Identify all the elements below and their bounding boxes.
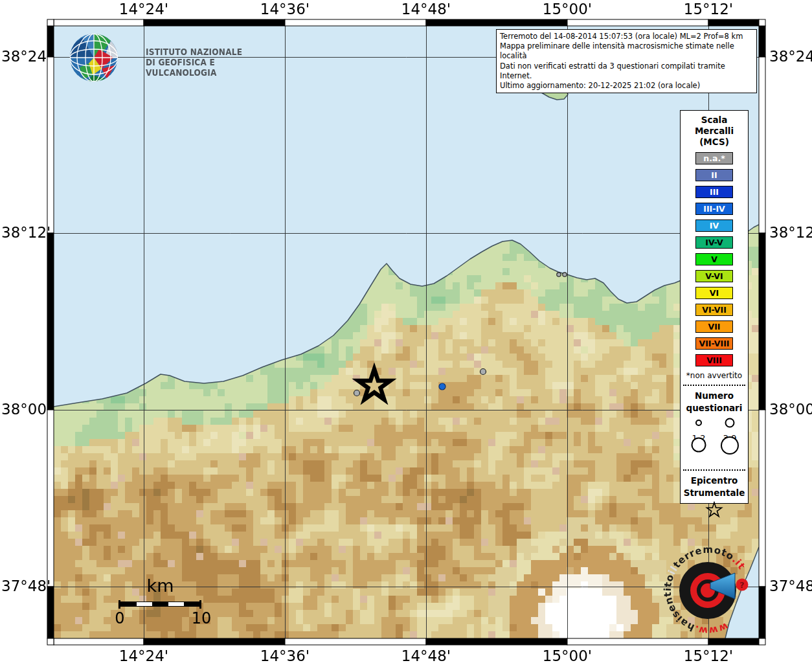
size-key-circle-1-2 (696, 420, 701, 425)
frame-segment (47, 233, 54, 410)
frame-segment (144, 638, 285, 645)
ingv-logo-text: ISTITUTO NAZIONALE DI GEOFISICA E VULCAN… (146, 47, 280, 78)
lon-label-bottom-2: 14°48' (401, 647, 451, 663)
frame-segment (47, 19, 54, 26)
intensity-swatch-VIII: VIII (695, 354, 733, 366)
intensity-swatch-III: III (695, 186, 733, 198)
lat-label-right-3: 37°48' (769, 578, 812, 594)
lat-label-right-0: 38°24' (769, 48, 812, 65)
frame-segment (759, 19, 765, 26)
frame-segment (47, 57, 54, 233)
frame-segment (759, 26, 765, 57)
intensity-swatch-n.a.*: n.a.* (695, 152, 733, 164)
scale-bar-end: 10 (192, 609, 212, 627)
scale-bar-segment (137, 602, 153, 606)
size-key-circle-10-49 (692, 438, 706, 452)
lon-label-bottom-0: 14°24' (119, 647, 168, 663)
question-mark: ? (739, 580, 745, 590)
intensity-swatch-V-VI: V-VI (695, 270, 733, 282)
intensity-swatch-VI: VI (695, 287, 733, 299)
legend-divider (683, 385, 745, 386)
intensity-swatch-V: V (695, 253, 733, 265)
scale-bar-start: 0 (115, 609, 124, 627)
frame-segment (759, 233, 765, 410)
lat-label-left-0: 38°24' (1, 48, 47, 65)
intensity-swatch-III-IV: III-IV (695, 203, 733, 215)
scale-bar-segment (184, 602, 200, 606)
lon-label-bottom-1: 14°36' (260, 647, 310, 663)
lat-label-left-3: 37°48' (1, 578, 47, 594)
event-data-note: Dati non verificati estratti da 3 questi… (500, 62, 753, 81)
frame-segment (285, 19, 426, 26)
epicenter-key-title: Epicentro Strumentale (681, 475, 748, 499)
ingv-line1: ISTITUTO NAZIONALE (146, 47, 280, 57)
questionnaire-count-title: Numero questionari (681, 390, 748, 414)
event-title: Terremoto del 14-08-2014 15:07:53 (ora l… (500, 32, 753, 41)
lat-label-right-2: 38°00' (769, 401, 812, 418)
intensity-swatch-IV-V: IV-V (695, 236, 733, 249)
legend-panel: Scala Mercalli (MCS) n.a.*IIIIIIII-IVIVI… (680, 110, 749, 504)
event-info-box: Terremoto del 14-08-2014 15:07:53 (ora l… (496, 29, 757, 93)
frame-segment (567, 19, 708, 26)
size-key-label: 10-49 (686, 460, 711, 462)
frame-segment (47, 587, 54, 638)
scale-bar-cap (118, 600, 120, 609)
scale-bar-cap (199, 600, 201, 609)
lat-label-left-2: 38°00' (1, 401, 47, 418)
intensity-swatch-VI-VII: VI-VII (695, 304, 733, 316)
haisentitoilterremoto-logo: ? www.haisentitoilterremoto.it (660, 544, 771, 654)
frame-segment (426, 19, 567, 26)
event-update-time: Ultimo aggiornamento: 20-12-2025 21:02 (… (500, 81, 753, 91)
frame-segment (144, 19, 285, 26)
ingv-globe-icon (62, 30, 139, 88)
size-key-circle-3-9 (726, 419, 734, 427)
legend-title: Scala Mercalli (MCS) (681, 115, 748, 148)
size-key-label: ≥50 (721, 460, 738, 462)
intensity-swatch-VII: VII (695, 320, 733, 333)
frame-segment (759, 57, 765, 233)
scale-bar-segment (168, 602, 185, 606)
frame-segment (426, 638, 567, 645)
frame-segment (285, 638, 426, 645)
legend-footnote: *non avvertito (681, 371, 748, 380)
intensity-swatch-IV: IV (695, 219, 733, 232)
lon-label-bottom-3: 15°00' (543, 647, 592, 663)
scale-bar-unit: km (120, 576, 201, 596)
macroseismic-map-page: 14°24'14°24'14°36'14°36'14°48'14°48'15°0… (0, 0, 812, 663)
intensity-swatch-VII-VIII: VII-VIII (695, 337, 733, 350)
ingv-line2: DI GEOFISICA E VULCANOLOGIA (146, 57, 280, 78)
frame-segment (47, 410, 54, 587)
frame-segment (54, 19, 144, 26)
scale-bar-segment (120, 602, 137, 606)
terrain-map-canvas (54, 26, 759, 638)
frame-segment (54, 638, 144, 645)
questionnaire-size-key: 1-23-910-49≥50 (681, 414, 748, 462)
lat-label-right-1: 38°12' (769, 224, 812, 241)
lon-label-top-1: 14°36' (260, 1, 310, 17)
epicenter-key-star-icon (681, 499, 748, 520)
scale-bar-segments (120, 601, 201, 607)
ingv-logo: ISTITUTO NAZIONALE DI GEOFISICA E VULCAN… (62, 30, 295, 88)
mercalli-scale-swatches: n.a.*IIIIIIII-IVIVIV-VVV-VIVIVI-VIIVIIVI… (681, 152, 748, 366)
lon-label-top-4: 15°12' (684, 1, 733, 17)
scale-bar-segment (152, 602, 168, 606)
size-key-circle-≥50 (721, 437, 738, 454)
event-subtitle: Mappa preliminare delle intensità macros… (500, 41, 753, 61)
lon-label-top-2: 14°48' (401, 1, 451, 17)
legend-divider (683, 469, 745, 471)
intensity-swatch-II: II (695, 169, 733, 181)
lon-label-top-3: 15°00' (543, 1, 592, 17)
frame-segment (47, 638, 54, 645)
frame-segment (708, 19, 759, 26)
lat-label-left-1: 38°12' (1, 224, 47, 241)
lon-label-top-0: 14°24' (119, 1, 168, 17)
